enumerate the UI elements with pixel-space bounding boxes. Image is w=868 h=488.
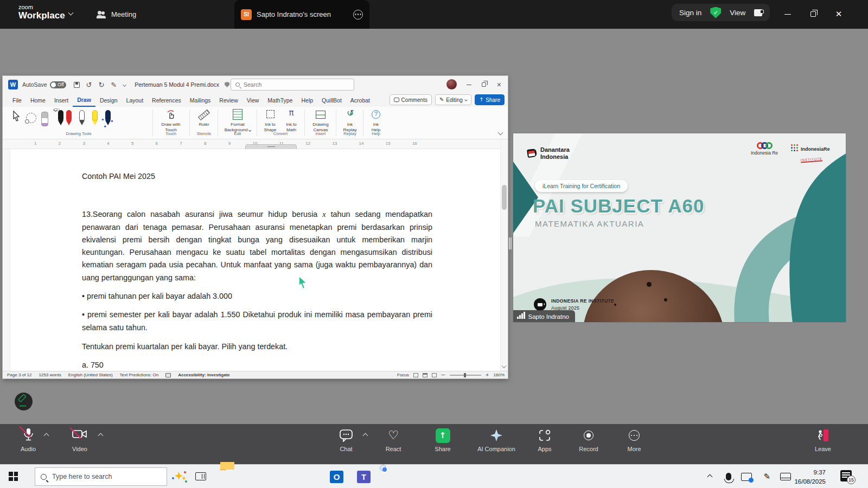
status-page[interactable]: Page 3 of 12 bbox=[7, 373, 31, 377]
record-button[interactable]: Record bbox=[571, 428, 606, 452]
notification-center-icon[interactable]: 15 bbox=[840, 470, 852, 481]
tab-insert[interactable]: Insert bbox=[50, 93, 73, 107]
restore-button[interactable] bbox=[805, 7, 821, 22]
tray-show-hidden-icons[interactable] bbox=[708, 465, 712, 488]
ribbon-collapse-chevron-icon[interactable] bbox=[498, 130, 503, 136]
scrollbar-thumb[interactable] bbox=[502, 185, 507, 210]
qat-chevron-down-icon[interactable] bbox=[123, 82, 126, 86]
vertical-ruler[interactable] bbox=[3, 149, 10, 371]
word-restore-button[interactable] bbox=[476, 76, 492, 93]
gray-pencil-tool-icon[interactable] bbox=[78, 110, 86, 128]
tray-display-icon[interactable] bbox=[741, 465, 752, 488]
chrome-icon[interactable] bbox=[385, 470, 399, 484]
teams-icon[interactable]: T bbox=[357, 470, 372, 484]
more-button[interactable]: More bbox=[617, 428, 652, 452]
tray-mic-icon[interactable] bbox=[726, 465, 731, 488]
zoom-out-button[interactable]: — bbox=[441, 373, 445, 377]
select-tool-icon[interactable] bbox=[11, 110, 21, 123]
outlook-icon[interactable]: O bbox=[330, 470, 344, 484]
chat-button[interactable]: Chat bbox=[329, 428, 363, 452]
save-icon[interactable] bbox=[74, 82, 80, 88]
view-button[interactable]: View bbox=[730, 9, 745, 17]
share-screen-button[interactable]: ↑ Share bbox=[425, 428, 460, 452]
red-pen-tool-icon[interactable] bbox=[65, 110, 73, 128]
sign-in-button[interactable]: Sign in bbox=[679, 9, 701, 17]
status-words[interactable]: 1253 words bbox=[39, 373, 61, 377]
tray-ink-icon[interactable]: ✎ bbox=[763, 465, 770, 488]
workspace-chevron-down-icon[interactable] bbox=[68, 10, 74, 16]
start-button[interactable] bbox=[9, 472, 18, 481]
word-search-box[interactable]: Search bbox=[231, 79, 354, 91]
firefox-icon[interactable] bbox=[302, 470, 317, 484]
lasso-tool-icon[interactable] bbox=[26, 113, 36, 123]
copilot-sparkle-icon[interactable] bbox=[175, 471, 186, 482]
ink-to-shape-button[interactable]: Ink toShape bbox=[260, 109, 280, 132]
format-background-button[interactable]: FormatBackground bbox=[221, 109, 254, 132]
account-avatar[interactable] bbox=[446, 79, 457, 89]
task-view-icon[interactable] bbox=[195, 472, 206, 480]
yellow-highlighter-tool-icon[interactable] bbox=[91, 110, 99, 128]
scroll-down-chevron-icon[interactable] bbox=[502, 364, 506, 368]
zoom-in-button[interactable]: + bbox=[486, 373, 489, 377]
tab-quillbot[interactable]: QuillBot bbox=[317, 93, 346, 107]
tab-view[interactable]: View bbox=[242, 93, 264, 107]
ink-to-math-button[interactable]: π Ink toMath bbox=[282, 109, 301, 132]
ink-tool-icon[interactable]: ✎ bbox=[111, 81, 117, 88]
draw-with-touch-button[interactable]: Draw with Touch bbox=[156, 109, 186, 132]
autosave-toggle[interactable]: AutoSave Off bbox=[22, 81, 66, 88]
security-shield-icon[interactable]: ✓ bbox=[710, 7, 721, 18]
tab-file[interactable]: File bbox=[8, 93, 26, 107]
editing-mode-button[interactable]: ✎ Editing bbox=[435, 94, 471, 105]
tab-options-ellipsis-icon[interactable] bbox=[353, 10, 363, 20]
focus-button[interactable]: Focus bbox=[397, 373, 409, 377]
zoom-percentage[interactable]: 160% bbox=[494, 373, 505, 377]
panel-resize-handle[interactable] bbox=[509, 237, 512, 249]
status-language[interactable]: English (United States) bbox=[68, 373, 113, 377]
leave-button[interactable]: Leave bbox=[806, 428, 840, 452]
video-button[interactable]: Video bbox=[62, 428, 97, 452]
status-accessibility[interactable]: Accessibility: Investigate bbox=[178, 373, 230, 377]
comments-button[interactable]: Comments bbox=[390, 94, 432, 105]
redo-icon[interactable]: ↻ bbox=[98, 81, 104, 88]
zoom-slider-knob[interactable] bbox=[464, 373, 466, 377]
share-button[interactable]: ↑ Share bbox=[475, 94, 505, 105]
tab-design[interactable]: Design bbox=[95, 93, 122, 107]
tab-mailings[interactable]: Mailings bbox=[186, 93, 215, 107]
proofing-icon[interactable] bbox=[165, 373, 171, 377]
google-drive-icon[interactable] bbox=[275, 470, 289, 484]
chat-options-chevron-icon[interactable] bbox=[363, 433, 368, 439]
tray-touchpad-icon[interactable] bbox=[780, 465, 791, 488]
ai-companion-button[interactable]: AI Companion bbox=[469, 428, 524, 452]
ruler-button[interactable]: Ruler bbox=[193, 109, 215, 127]
black-pen-tool-selected[interactable] bbox=[53, 108, 60, 111]
tab-acrobat[interactable]: Acrobat bbox=[346, 93, 374, 107]
word-minimize-button[interactable] bbox=[461, 76, 476, 93]
tab-review[interactable]: Review bbox=[215, 93, 242, 107]
document-scrollbar[interactable] bbox=[500, 139, 508, 371]
drawing-canvas-button[interactable]: DrawingCanvas bbox=[308, 109, 334, 132]
read-mode-icon[interactable] bbox=[413, 373, 418, 377]
file-explorer-icon[interactable] bbox=[220, 470, 235, 484]
close-button[interactable]: ✕ bbox=[831, 7, 847, 22]
tab-draw[interactable]: Draw bbox=[73, 93, 95, 107]
undo-icon[interactable]: ↺ bbox=[86, 81, 92, 88]
eraser-tool-icon[interactable] bbox=[41, 112, 48, 126]
autosave-switch-icon[interactable]: Off bbox=[50, 81, 66, 88]
react-button[interactable]: ♡ React bbox=[376, 428, 411, 452]
tab-meeting[interactable]: Meeting bbox=[97, 0, 136, 29]
status-predictions[interactable]: Text Predictions: On bbox=[120, 373, 159, 377]
tab-home[interactable]: Home bbox=[26, 93, 50, 107]
ink-help-button[interactable]: ? InkHelp bbox=[366, 109, 386, 132]
audio-button[interactable]: Audio bbox=[11, 428, 46, 452]
annotate-button[interactable] bbox=[15, 393, 33, 410]
apps-button[interactable]: Apps bbox=[527, 428, 562, 452]
web-layout-icon[interactable] bbox=[432, 373, 437, 377]
minimize-button[interactable] bbox=[780, 7, 796, 22]
tab-mathtype[interactable]: MathType bbox=[263, 93, 297, 107]
tab-help[interactable]: Help bbox=[297, 93, 317, 107]
tab-layout[interactable]: Layout bbox=[122, 93, 148, 107]
tab-screen-share[interactable]: SI Sapto Indratno's screen bbox=[234, 0, 369, 29]
view-layout-icon[interactable] bbox=[754, 9, 762, 16]
document-page[interactable]: Contoh PAI Mei 2025 13.Seorang calon nas… bbox=[10, 149, 500, 371]
tab-references[interactable]: References bbox=[148, 93, 186, 107]
